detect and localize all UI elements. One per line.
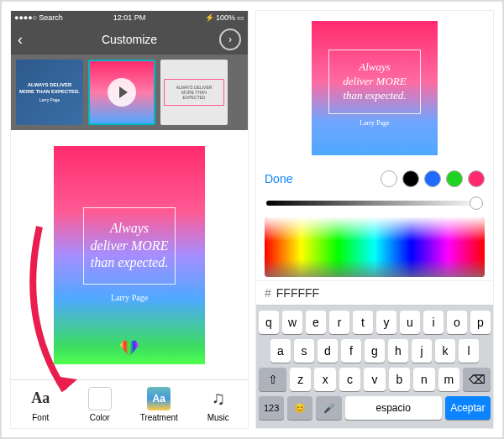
tab-treatment-label: Treatment	[140, 413, 178, 422]
key-j[interactable]: j	[412, 339, 432, 363]
key-l[interactable]: l	[459, 339, 479, 363]
key-u[interactable]: u	[400, 311, 420, 334]
keyboard-row-4: 123 😊 🎤 espacio Aceptar	[259, 396, 491, 420]
key-s[interactable]: s	[294, 339, 314, 363]
key-d[interactable]: d	[318, 339, 338, 363]
key-r[interactable]: r	[329, 311, 349, 334]
key-shift[interactable]: ⇧	[259, 368, 286, 391]
swatch-white[interactable]	[381, 170, 397, 187]
carrier-signal-icon: ●●●●○	[14, 13, 37, 22]
swatch-green[interactable]	[446, 170, 463, 187]
main-preview-area: Always deliver MORE than expected. Larry…	[11, 130, 248, 379]
tab-music-label: Music	[207, 413, 229, 422]
color-preview-area: Always deliver MORE than expected. Larry…	[256, 11, 493, 165]
hash-symbol: #	[265, 286, 271, 300]
bluetooth-icon: ⚡	[205, 13, 214, 22]
template-1-author: Larry Page	[39, 97, 60, 102]
hex-input[interactable]	[276, 286, 485, 300]
ios-keyboard: q w e r t y u i o p a s d f g h j k l	[256, 306, 493, 428]
tab-font-label: Font	[32, 413, 49, 422]
keyboard-row-2: a s d f g h j k l	[259, 339, 491, 363]
font-icon: Aa	[29, 387, 52, 410]
template-3-text: ALWAYS DELIVER MORE THAN EXPECTED	[164, 79, 224, 106]
key-k[interactable]: k	[435, 339, 455, 363]
color-swatch-icon	[88, 387, 112, 410]
key-g[interactable]: g	[365, 339, 385, 363]
hex-input-row: #	[256, 280, 493, 306]
customize-header: ‹ Customize ›	[11, 24, 248, 55]
template-option-1[interactable]: ALWAYS DELIVER MORE THAN EXPECTED. Larry…	[16, 60, 83, 125]
back-to-app[interactable]: Search	[39, 13, 63, 22]
key-a[interactable]: a	[270, 339, 291, 363]
tab-music[interactable]: ♫ Music	[189, 380, 249, 428]
key-v[interactable]: v	[364, 368, 385, 391]
color-toolbar: Done	[256, 165, 493, 193]
template-option-2-selected[interactable]	[88, 60, 155, 125]
page-title: Customize	[102, 33, 157, 46]
key-q[interactable]: q	[259, 311, 279, 334]
key-x[interactable]: x	[314, 368, 335, 391]
key-space[interactable]: espacio	[345, 396, 442, 420]
key-c[interactable]: c	[339, 368, 360, 391]
treatment-icon: Aa	[147, 387, 171, 410]
swatch-blue[interactable]	[424, 170, 441, 187]
tab-font[interactable]: Aa Font	[11, 380, 71, 428]
preview-quote: Always deliver MORE than expected.	[83, 207, 176, 285]
key-enter[interactable]: Aceptar	[445, 396, 491, 420]
template-option-3[interactable]: ALWAYS DELIVER MORE THAN EXPECTED	[160, 60, 228, 125]
swatch-black[interactable]	[402, 170, 419, 187]
color-swatch-row	[381, 170, 485, 187]
done-button[interactable]: Done	[265, 172, 292, 186]
key-h[interactable]: h	[388, 339, 408, 363]
brightness-slider[interactable]	[256, 192, 493, 213]
key-o[interactable]: o	[447, 311, 467, 334]
preview-author: Larry Page	[111, 293, 148, 302]
right-preview-author: Larry Page	[360, 119, 389, 127]
statusbar-time: 12:01 PM	[113, 13, 146, 22]
key-backspace[interactable]: ⌫	[463, 368, 491, 391]
key-y[interactable]: y	[376, 311, 396, 334]
next-button[interactable]: ›	[219, 29, 241, 50]
key-f[interactable]: f	[341, 339, 361, 363]
brightness-track	[266, 201, 483, 206]
hue-saturation-picker[interactable]	[265, 217, 485, 277]
key-m[interactable]: m	[438, 368, 459, 391]
template-1-text: ALWAYS DELIVER MORE THAN EXPECTED.	[19, 82, 80, 94]
key-t[interactable]: t	[353, 311, 373, 334]
battery-percent: 100%	[216, 13, 235, 22]
app-logo-icon	[120, 339, 139, 358]
left-phone-screen: ●●●●○ Search 12:01 PM ⚡ 100% ▭ ‹ Customi…	[10, 10, 249, 429]
key-emoji[interactable]: 😊	[287, 396, 312, 420]
keyboard-row-3: ⇧ z x c v b n m ⌫	[259, 368, 491, 391]
key-i[interactable]: i	[423, 311, 444, 334]
swatch-pink[interactable]	[468, 170, 485, 187]
key-b[interactable]: b	[389, 368, 410, 391]
template-strip[interactable]: ALWAYS DELIVER MORE THAN EXPECTED. Larry…	[11, 55, 248, 130]
key-w[interactable]: w	[282, 311, 302, 334]
preview-card[interactable]: Always deliver MORE than expected. Larry…	[54, 146, 205, 364]
key-p[interactable]: p	[470, 311, 491, 334]
battery-icon: ▭	[237, 13, 244, 22]
key-z[interactable]: z	[290, 368, 311, 391]
key-e[interactable]: e	[306, 311, 326, 334]
status-bar: ●●●●○ Search 12:01 PM ⚡ 100% ▭	[11, 11, 248, 24]
back-chevron-icon[interactable]: ‹	[18, 31, 23, 49]
play-icon[interactable]	[108, 78, 136, 107]
right-preview-card: Always deliver MORE than expected. Larry…	[312, 21, 438, 155]
bottom-tab-bar: Aa Font Color Aa Treatment ♫ Music	[11, 379, 248, 428]
key-123[interactable]: 123	[259, 396, 284, 420]
keyboard-row-1: q w e r t y u i o p	[259, 311, 491, 334]
brightness-thumb[interactable]	[470, 196, 483, 210]
tab-color[interactable]: Color	[71, 380, 130, 428]
music-note-icon: ♫	[207, 387, 230, 410]
tab-treatment[interactable]: Aa Treatment	[129, 380, 189, 428]
key-n[interactable]: n	[413, 368, 434, 391]
tab-color-label: Color	[90, 413, 110, 422]
key-mic[interactable]: 🎤	[316, 396, 341, 420]
right-preview-quote: Always deliver MORE than expected.	[328, 50, 421, 114]
right-phone-screen: Always deliver MORE than expected. Larry…	[255, 10, 494, 429]
